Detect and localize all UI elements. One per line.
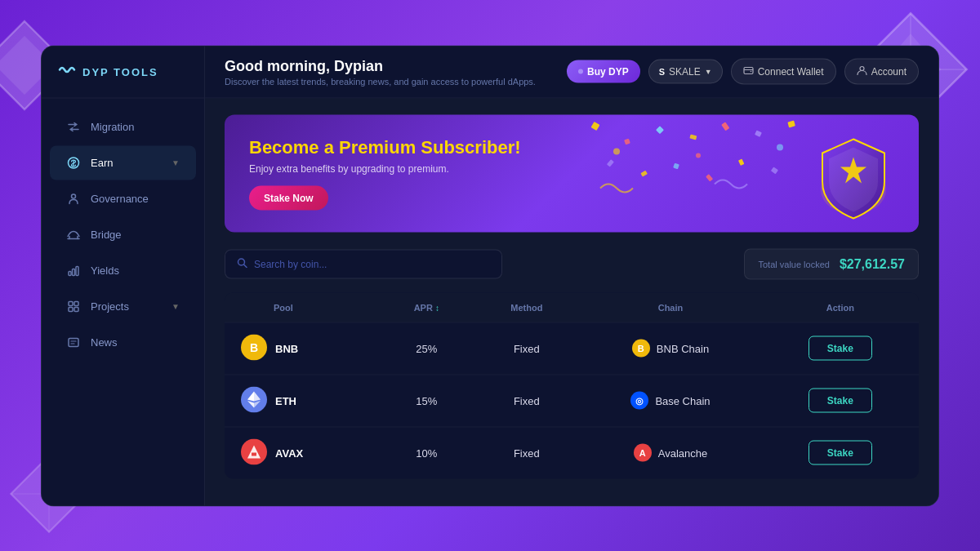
action-cell: Stake — [762, 375, 919, 427]
col-chain: Chain — [579, 292, 762, 322]
svg-rect-20 — [74, 307, 78, 311]
chain-cell: B BNB Chain — [579, 322, 762, 375]
col-pool: Pool — [225, 292, 379, 322]
skale-button[interactable]: S SKALE ▼ — [648, 60, 723, 84]
connect-wallet-button[interactable]: Connect Wallet — [731, 59, 836, 85]
svg-rect-34 — [607, 159, 614, 167]
apr-cell: 10% — [379, 427, 474, 479]
tvl-badge: Total value locked $27,612.57 — [744, 248, 919, 279]
svg-rect-24 — [744, 68, 753, 74]
coin-icon: B — [241, 334, 267, 362]
main-content: Good morning, Dypian Discover the latest… — [205, 46, 938, 505]
search-box[interactable] — [225, 249, 502, 278]
sidebar: DYP TOOLS Migration — [42, 46, 205, 505]
app-header: Good morning, Dypian Discover the latest… — [205, 46, 938, 98]
chain-icon: A — [634, 444, 652, 462]
chain-icon: B — [632, 340, 650, 358]
svg-point-26 — [860, 67, 864, 71]
svg-rect-15 — [73, 269, 75, 275]
sort-icon: ↕ — [435, 303, 439, 312]
sidebar-item-yields[interactable]: Yields — [50, 253, 196, 287]
bridge-icon — [66, 227, 81, 242]
sidebar-item-projects[interactable]: Projects ▼ — [50, 289, 196, 323]
earn-icon — [66, 155, 81, 170]
buy-dyp-button[interactable]: Buy DYP — [567, 60, 640, 83]
action-cell: Stake — [762, 427, 919, 479]
logo-icon — [58, 60, 76, 82]
coin-name: ETH — [275, 394, 296, 407]
governance-icon — [66, 191, 81, 206]
sidebar-item-label: Projects — [91, 300, 129, 313]
chain-cell: ◎ Base Chain — [579, 375, 762, 427]
sidebar-item-label: Migration — [91, 121, 134, 133]
svg-rect-37 — [706, 174, 713, 181]
sidebar-item-migration[interactable]: Migration — [50, 109, 196, 144]
account-button[interactable]: Account — [844, 59, 919, 85]
page-subtitle: Discover the latest trends, breaking new… — [225, 76, 536, 86]
svg-point-25 — [750, 71, 751, 73]
pool-cell: ETH — [225, 375, 379, 427]
dot-icon — [578, 69, 583, 74]
arrows-icon — [66, 119, 81, 134]
premium-banner: Become a Premium Subscriber! Enjoy extra… — [225, 114, 919, 232]
col-action: Action — [762, 292, 919, 322]
stake-table: Pool APR ↕ Method Chain A — [225, 292, 919, 478]
coin-name: BNB — [275, 342, 298, 354]
coin-icon — [241, 438, 267, 467]
svg-rect-39 — [771, 167, 778, 174]
svg-rect-14 — [69, 271, 71, 275]
svg-line-46 — [244, 264, 247, 268]
stake-now-button[interactable]: Stake Now — [249, 185, 328, 210]
sidebar-item-earn[interactable]: Earn ▼ — [50, 145, 196, 180]
col-apr[interactable]: APR ↕ — [379, 292, 474, 322]
svg-rect-35 — [640, 170, 648, 176]
table-row: AVAX 10% Fixed A Avalanche Stake — [225, 427, 919, 479]
stake-button[interactable]: Stake — [808, 336, 872, 361]
stake-button[interactable]: Stake — [808, 441, 872, 465]
yields-icon — [66, 263, 81, 278]
content-area: Become a Premium Subscriber! Enjoy extra… — [205, 98, 938, 505]
sidebar-item-label: Earn — [91, 157, 113, 169]
svg-rect-36 — [673, 162, 679, 169]
search-input[interactable] — [254, 258, 490, 269]
skale-icon: S — [659, 67, 665, 77]
table-row: B BNB 25% Fixed B BNB Chain Stake — [225, 322, 919, 375]
coin-name: AVAX — [275, 447, 303, 459]
table-body: B BNB 25% Fixed B BNB Chain Stake ETH — [225, 322, 919, 479]
confetti-decoration — [576, 114, 821, 232]
method-cell: Fixed — [474, 427, 579, 479]
svg-point-10 — [72, 194, 76, 198]
chevron-down-icon: ▼ — [172, 158, 180, 167]
action-cell: Stake — [762, 322, 919, 375]
sidebar-item-news[interactable]: News — [50, 325, 196, 359]
banner-subtitle: Enjoy extra benefits by upgrading to pre… — [249, 162, 521, 174]
sidebar-item-governance[interactable]: Governance — [50, 181, 196, 216]
sidebar-item-label: News — [91, 336, 118, 349]
svg-text:B: B — [250, 340, 258, 353]
svg-rect-32 — [755, 130, 762, 136]
projects-icon — [66, 299, 81, 313]
method-cell: Fixed — [474, 322, 579, 375]
chain-name: BNB Chain — [657, 342, 709, 354]
search-tvl-row: Total value locked $27,612.57 — [225, 248, 919, 279]
premium-badge-icon — [813, 132, 894, 214]
stake-button[interactable]: Stake — [808, 389, 872, 413]
svg-rect-19 — [69, 307, 73, 311]
account-icon — [857, 65, 867, 78]
header-actions: Buy DYP S SKALE ▼ Connect Walle — [567, 59, 919, 85]
col-method: Method — [474, 292, 579, 322]
method-cell: Fixed — [474, 375, 579, 427]
svg-point-41 — [696, 153, 701, 158]
svg-rect-16 — [76, 266, 78, 275]
svg-point-42 — [777, 144, 783, 150]
chain-icon: ◎ — [630, 392, 648, 410]
sidebar-item-label: Bridge — [91, 229, 122, 241]
svg-rect-30 — [689, 134, 697, 140]
svg-rect-29 — [656, 126, 664, 134]
sidebar-item-bridge[interactable]: Bridge — [50, 217, 196, 251]
apr-cell: 25% — [379, 322, 474, 375]
tvl-value: $27,612.57 — [840, 256, 905, 271]
search-icon — [237, 257, 247, 270]
table-header: Pool APR ↕ Method Chain A — [225, 292, 919, 322]
app-container: DYP TOOLS Migration — [41, 45, 939, 506]
